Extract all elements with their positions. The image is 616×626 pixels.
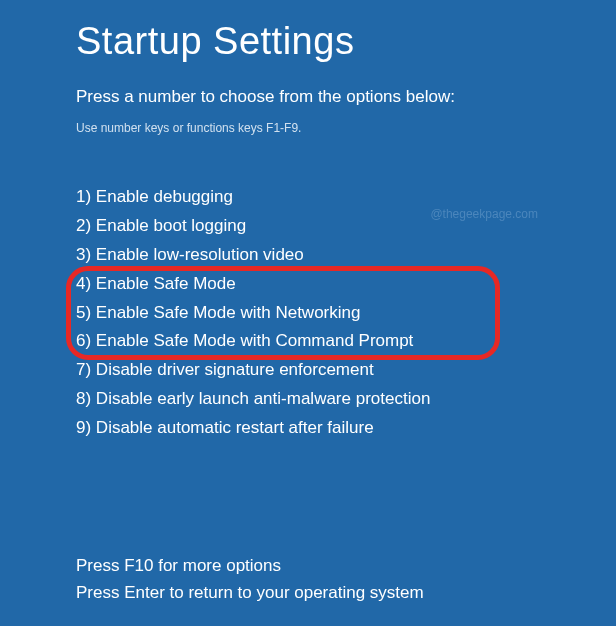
option-7[interactable]: 7) Disable driver signature enforcement	[76, 356, 616, 385]
option-6[interactable]: 6) Enable Safe Mode with Command Prompt	[76, 327, 616, 356]
footer-return: Press Enter to return to your operating …	[76, 579, 424, 606]
options-list: 1) Enable debugging 2) Enable boot loggi…	[76, 183, 616, 443]
watermark-text: @thegeekpage.com	[430, 207, 538, 221]
footer-more-options: Press F10 for more options	[76, 552, 424, 579]
option-9[interactable]: 9) Disable automatic restart after failu…	[76, 414, 616, 443]
instruction-text: Press a number to choose from the option…	[76, 87, 616, 107]
footer-instructions: Press F10 for more options Press Enter t…	[76, 552, 424, 606]
option-4[interactable]: 4) Enable Safe Mode	[76, 270, 616, 299]
page-title: Startup Settings	[76, 20, 616, 63]
option-8[interactable]: 8) Disable early launch anti-malware pro…	[76, 385, 616, 414]
option-3[interactable]: 3) Enable low-resolution video	[76, 241, 616, 270]
hint-text: Use number keys or functions keys F1-F9.	[76, 121, 616, 135]
option-5[interactable]: 5) Enable Safe Mode with Networking	[76, 299, 616, 328]
